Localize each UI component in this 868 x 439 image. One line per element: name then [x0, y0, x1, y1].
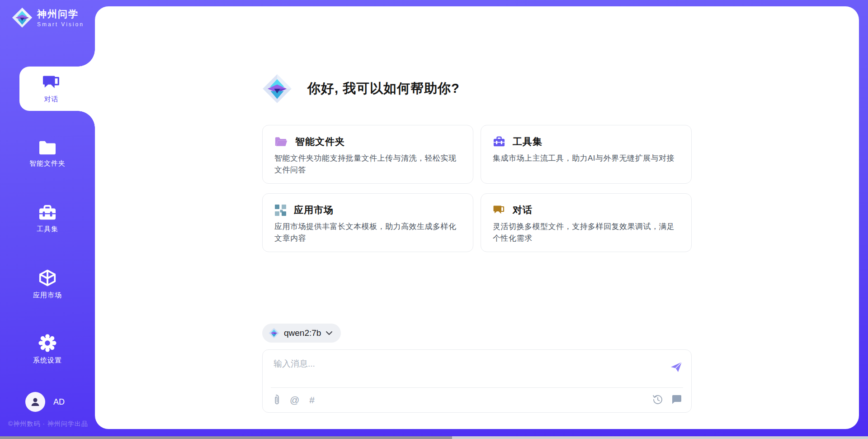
model-selector[interactable]: qwen2:7b	[262, 324, 341, 343]
card-chat[interactable]: 对话 灵活切换多模型文件，支持多样回复效果调试，满足个性化需求	[481, 193, 692, 252]
user-name: AD	[53, 397, 65, 407]
card-description: 集成市场上主流工具，助力AI与外界无缝扩展与对接	[493, 153, 679, 164]
brand-name: 神州问学	[37, 8, 84, 20]
message-input[interactable]	[274, 359, 662, 369]
folder-icon	[38, 139, 57, 156]
card-title: 智能文件夹	[295, 135, 345, 148]
chevron-down-icon	[326, 331, 333, 335]
card-description: 应用市场提供丰富长文本模板，助力高效生成多样化文章内容	[274, 221, 461, 245]
sidebar-item-toolset[interactable]: 工具集	[0, 196, 95, 241]
card-app-market[interactable]: 应用市场 应用市场提供丰富长文本模板，助力高效生成多样化文章内容	[262, 193, 473, 252]
sidebar-item-settings[interactable]: 系统设置	[0, 327, 95, 371]
sidebar-item-label: 智能文件夹	[29, 159, 66, 168]
brand-subtitle: Smart Vision	[37, 21, 84, 28]
sidebar: 神州问学 Smart Vision 对话 智能文件夹	[0, 0, 95, 439]
history-icon[interactable]	[652, 394, 663, 405]
toolbox-icon	[38, 204, 57, 221]
sidebar-item-smart-folder[interactable]: 智能文件夹	[0, 131, 95, 176]
folder-open-icon	[274, 136, 288, 148]
greeting-block: 你好, 我可以如何帮助你?	[262, 74, 692, 104]
gear-icon	[38, 334, 57, 353]
grid-icon	[274, 204, 287, 216]
copyright-text: ©神州数码 · 神州问学出品	[8, 420, 88, 428]
sidebar-item-label: 工具集	[37, 225, 58, 234]
chat-icon	[42, 74, 61, 91]
horizontal-scrollbar[interactable]	[0, 436, 868, 439]
model-name: qwen2:7b	[284, 328, 321, 338]
toolbox-icon	[493, 136, 505, 148]
sidebar-item-label: 系统设置	[33, 356, 62, 365]
sidebar-item-chat[interactable]: 对话	[19, 67, 95, 111]
sidebar-item-label: 应用市场	[33, 291, 62, 300]
send-icon[interactable]	[670, 361, 683, 373]
scrollbar-thumb[interactable]	[0, 436, 452, 439]
card-description: 智能文件夹功能支持批量文件上传与清洗，轻松实现文件问答	[274, 153, 461, 177]
card-title: 工具集	[513, 135, 542, 148]
card-title: 对话	[513, 204, 533, 216]
brand-logo: 神州问学 Smart Vision	[12, 7, 84, 28]
composer: qwen2:7b	[262, 324, 692, 413]
card-description: 灵活切换多模型文件，支持多样回复效果调试，满足个性化需求	[493, 221, 679, 245]
sidebar-item-app-market[interactable]: 应用市场	[0, 262, 95, 306]
card-title: 应用市场	[294, 204, 334, 216]
divider	[271, 387, 683, 388]
chat-icon	[493, 205, 505, 216]
greeting-title: 你好, 我可以如何帮助你?	[307, 80, 460, 98]
feature-cards: 智能文件夹 智能文件夹功能支持批量文件上传与清洗，轻松实现文件问答 工具集 集成…	[262, 125, 692, 252]
card-toolset[interactable]: 工具集 集成市场上主流工具，助力AI与外界无缝扩展与对接	[481, 125, 692, 184]
cube-icon	[38, 268, 57, 287]
avatar	[25, 392, 45, 412]
brand-diamond-icon	[269, 328, 279, 339]
brand-diamond-icon	[262, 74, 292, 104]
main-panel: 你好, 我可以如何帮助你? 智能文件夹 智能文件夹功能支持批量文件上传与清洗，轻…	[95, 6, 859, 429]
brand-diamond-icon	[12, 7, 33, 28]
card-smart-folder[interactable]: 智能文件夹 智能文件夹功能支持批量文件上传与清洗，轻松实现文件问答	[262, 125, 473, 184]
message-input-box[interactable]: @ #	[262, 349, 692, 413]
hash-icon[interactable]: #	[309, 395, 315, 405]
at-icon[interactable]: @	[290, 395, 299, 405]
sidebar-item-label: 对话	[44, 95, 59, 104]
user-profile[interactable]: AD	[25, 392, 65, 412]
paperclip-icon[interactable]	[273, 394, 280, 405]
message-icon[interactable]	[671, 395, 682, 405]
